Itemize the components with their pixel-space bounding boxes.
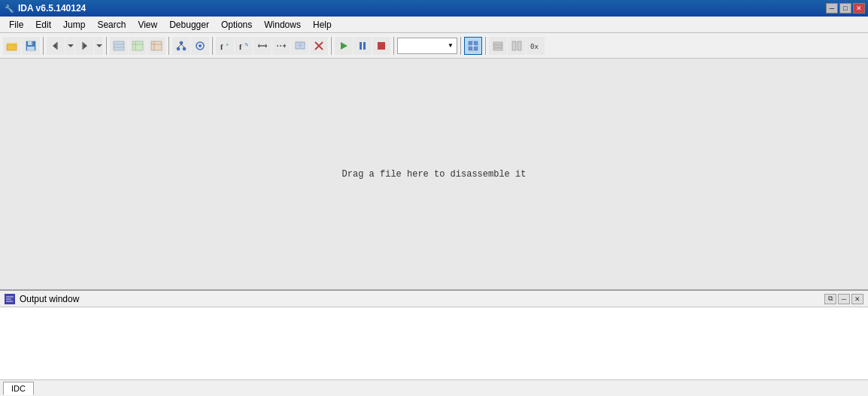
pause-button[interactable] xyxy=(354,37,372,55)
drag-hint: Drag a file here to disassemble it xyxy=(342,169,527,180)
svg-rect-6 xyxy=(27,47,35,50)
registers-button[interactable] xyxy=(508,37,526,55)
svg-rect-5 xyxy=(32,41,33,44)
svg-rect-2 xyxy=(7,43,17,44)
menu-debugger[interactable]: Debugger xyxy=(163,18,215,32)
separator-4 xyxy=(212,37,213,55)
screenshot-button[interactable] xyxy=(291,37,309,55)
svg-marker-43 xyxy=(341,42,348,50)
menu-bar: File Edit Jump Search View Debugger Opti… xyxy=(0,17,868,33)
open-button[interactable] xyxy=(3,37,21,55)
svg-rect-45 xyxy=(363,42,366,50)
svg-marker-35 xyxy=(258,44,259,48)
separator-2 xyxy=(106,37,107,55)
create-func-button[interactable]: f + xyxy=(216,37,234,55)
output-header: Output window ⧉ ─ ✕ xyxy=(0,291,868,307)
svg-point-40 xyxy=(299,44,301,46)
svg-rect-16 xyxy=(132,41,143,50)
maximize-button[interactable]: □ xyxy=(839,3,851,14)
svg-marker-34 xyxy=(266,44,267,48)
dropdown-arrow-icon: ▼ xyxy=(448,42,454,49)
svg-rect-19 xyxy=(151,41,162,50)
separator-1 xyxy=(43,37,44,55)
svg-rect-53 xyxy=(512,41,516,50)
forward-button[interactable] xyxy=(75,37,93,55)
svg-line-26 xyxy=(181,44,184,47)
run-button[interactable] xyxy=(335,37,353,55)
save-button[interactable] xyxy=(22,37,40,55)
segments-button[interactable] xyxy=(110,37,128,55)
output-body xyxy=(0,307,868,379)
snap-button[interactable] xyxy=(464,37,482,55)
output-close-button[interactable]: ✕ xyxy=(851,294,863,304)
hex-button[interactable]: 0x xyxy=(527,37,545,55)
toolbar: f + f ✎ xyxy=(0,33,868,59)
svg-rect-44 xyxy=(360,42,362,50)
title-bar-left: 🔧 IDA v6.5.140124 xyxy=(3,2,86,14)
menu-windows[interactable]: Windows xyxy=(258,18,307,32)
svg-text:f: f xyxy=(220,43,223,51)
minimize-button[interactable]: ─ xyxy=(826,3,838,14)
process-dropdown[interactable]: ▼ xyxy=(397,38,457,54)
svg-rect-50 xyxy=(493,42,502,44)
menu-view[interactable]: View xyxy=(132,18,163,32)
svg-point-24 xyxy=(183,47,186,50)
menu-search[interactable]: Search xyxy=(91,18,132,32)
imports-button[interactable] xyxy=(129,37,147,55)
menu-jump[interactable]: Jump xyxy=(57,18,91,32)
exports-button[interactable] xyxy=(147,37,165,55)
output-minimize-button[interactable]: ─ xyxy=(838,294,850,304)
title-text: IDA v6.5.140124 xyxy=(18,3,86,14)
svg-text:+: + xyxy=(226,42,229,47)
title-controls: ─ □ ✕ xyxy=(826,3,865,14)
idc-tab[interactable]: IDC xyxy=(3,382,34,395)
svg-rect-46 xyxy=(378,42,385,50)
title-bar: 🔧 IDA v6.5.140124 ─ □ ✕ xyxy=(0,0,868,17)
svg-marker-37 xyxy=(284,44,286,48)
svg-marker-10 xyxy=(83,42,87,50)
cancel-button[interactable] xyxy=(310,37,328,55)
stack-button[interactable] xyxy=(489,37,507,55)
forward-dropdown[interactable] xyxy=(94,37,103,55)
separator-7 xyxy=(460,37,461,55)
proximity-button[interactable] xyxy=(191,37,209,55)
stop-button[interactable] xyxy=(372,37,390,55)
back-button[interactable] xyxy=(47,37,65,55)
menu-options[interactable]: Options xyxy=(215,18,258,32)
svg-point-22 xyxy=(180,41,183,44)
output-window: Output window ⧉ ─ ✕ xyxy=(0,289,868,379)
svg-marker-7 xyxy=(53,42,57,50)
output-controls: ⧉ ─ ✕ xyxy=(824,294,863,304)
svg-marker-9 xyxy=(68,44,74,47)
svg-point-28 xyxy=(199,44,202,47)
svg-rect-52 xyxy=(493,48,502,50)
app-icon: 🔧 xyxy=(3,2,15,14)
svg-marker-12 xyxy=(96,44,102,47)
menu-help[interactable]: Help xyxy=(307,18,338,32)
xref2-button[interactable] xyxy=(272,37,290,55)
output-restore-button[interactable]: ⧉ xyxy=(824,294,836,304)
svg-rect-13 xyxy=(114,41,124,50)
svg-text:f: f xyxy=(239,43,242,51)
output-title: Output window xyxy=(20,294,79,304)
separator-6 xyxy=(393,37,394,55)
back-dropdown[interactable] xyxy=(65,37,74,55)
separator-8 xyxy=(485,37,486,55)
svg-point-23 xyxy=(177,47,180,50)
output-header-left: Output window xyxy=(5,294,79,304)
svg-text:0x: 0x xyxy=(530,43,539,50)
svg-rect-1 xyxy=(7,44,17,50)
close-button[interactable]: ✕ xyxy=(853,3,865,14)
main-content[interactable]: Drag a file here to disassemble it xyxy=(0,59,868,289)
svg-text:✎: ✎ xyxy=(244,42,249,47)
menu-edit[interactable]: Edit xyxy=(29,18,57,32)
status-bar: IDC xyxy=(0,379,868,396)
edit-func-button[interactable]: f ✎ xyxy=(235,37,253,55)
output-window-icon xyxy=(5,294,15,304)
svg-rect-54 xyxy=(517,41,521,50)
separator-5 xyxy=(331,37,332,55)
xref-button[interactable] xyxy=(253,37,272,55)
menu-file[interactable]: File xyxy=(3,18,29,32)
graph-button[interactable] xyxy=(172,37,190,55)
svg-rect-51 xyxy=(493,45,502,47)
